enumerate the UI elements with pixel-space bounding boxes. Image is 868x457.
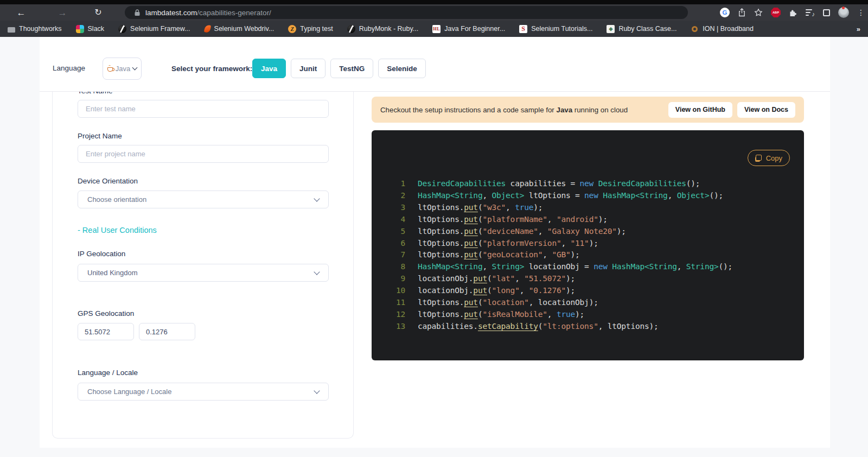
menu-kebab-icon[interactable]: ⋮ — [857, 9, 865, 16]
chevron-down-icon — [132, 65, 138, 71]
ip-geolocation-value: United Kingdom — [87, 269, 138, 277]
language-select[interactable]: Java — [103, 58, 142, 80]
code-text: ltOptions.put("isRealMobile", true); — [410, 309, 584, 321]
profile-avatar[interactable] — [838, 7, 849, 18]
setup-instructions-banner: Checkout the setup instructions and a co… — [372, 97, 804, 123]
forward-button[interactable]: → — [56, 4, 68, 21]
bookmark-label: Selenium Tutorials... — [531, 25, 592, 33]
reload-button[interactable]: ↻ — [92, 4, 104, 21]
address-bar[interactable]: lambdatest.com/capabilities-generator/ — [125, 6, 688, 19]
line-number: 5 — [372, 226, 410, 238]
bookmark-selenium-framew[interactable]: Selenium Framew... — [118, 25, 190, 33]
bookmark-ion-broadband[interactable]: ION | Broadband — [691, 25, 754, 33]
framework-buttons: JavaJunitTestNGSelenide — [252, 59, 426, 78]
chevron-down-icon — [314, 269, 320, 275]
code-text: ltOptions.put("geoLocation", "GB"); — [410, 249, 580, 261]
url-text: lambdatest.com/capabilities-generator/ — [145, 8, 271, 17]
bookmark-label: RubyMonk - Ruby... — [359, 25, 419, 33]
browser-window: ← → ↻ lambdatest.com/capabilities-genera… — [0, 0, 868, 457]
bookmark-star-icon[interactable] — [754, 8, 763, 17]
bookmark-label: Selenium Webdriv... — [214, 25, 275, 33]
copy-button[interactable]: Copy — [748, 150, 790, 166]
bookmark-selenium-tutorials[interactable]: SSelenium Tutorials... — [519, 25, 592, 33]
slack-icon — [76, 25, 84, 33]
framework-button-testng[interactable]: TestNG — [330, 59, 373, 78]
line-number: 13 — [372, 321, 410, 333]
ion-ring-icon — [692, 26, 698, 32]
line-number: 7 — [372, 249, 410, 261]
gps-longitude-input[interactable] — [139, 323, 195, 340]
bookmark-ruby-class-case[interactable]: ◆Ruby Class Case... — [607, 25, 676, 33]
code-line-5: 5ltOptions.put("deviceName", "Galaxy Not… — [372, 226, 799, 238]
line-number: 10 — [372, 285, 410, 297]
back-button[interactable]: ← — [15, 4, 27, 21]
device-orientation-select[interactable]: Choose orientation — [78, 191, 329, 208]
line-number: 9 — [372, 273, 410, 285]
media-controls-icon[interactable]: ♪ — [806, 9, 815, 16]
code-text: ltOptions.put("platformName", "android")… — [410, 214, 608, 226]
language-locale-label: Language / Locale — [78, 369, 138, 377]
real-user-conditions-link[interactable]: - Real User Conditions — [78, 226, 157, 234]
bookmarks-overflow-chevron[interactable]: » — [857, 25, 860, 33]
code-line-1: 1DesiredCapabilities capabilities = new … — [372, 178, 799, 190]
line-number: 12 — [372, 309, 410, 321]
bookmark-thoughtworks[interactable]: Thoughtworks — [8, 25, 62, 33]
code-text: locationObj.put("lat", "51.5072"); — [410, 273, 575, 285]
language-locale-value: Choose Language / Locale — [87, 388, 171, 396]
google-profile-icon[interactable]: G — [720, 8, 730, 17]
banner-text: Checkout the setup instructions and a co… — [380, 106, 628, 114]
bookmark-java-for-beginner[interactable]: HLJava For Beginner... — [432, 25, 505, 33]
code-lines: 1DesiredCapabilities capabilities = new … — [372, 178, 799, 333]
extension-square-icon[interactable] — [823, 9, 830, 16]
test-name-label: Test Name — [78, 92, 113, 95]
code-text: locationObj.put("long", "0.1276"); — [410, 285, 575, 297]
adblock-plus-icon[interactable]: ABP — [771, 8, 781, 17]
language-value: Java — [116, 65, 130, 73]
copy-label: Copy — [766, 154, 782, 162]
bookmark-slack[interactable]: Slack — [76, 25, 105, 33]
view-on-github-button[interactable]: View on GitHub — [668, 102, 732, 118]
language-locale-select[interactable]: Choose Language / Locale — [78, 383, 329, 401]
code-text: ltOptions.put("deviceName", "Galaxy Note… — [410, 226, 626, 238]
bookmark-selenium-webdriv[interactable]: Selenium Webdriv... — [205, 25, 275, 33]
test-name-input[interactable] — [78, 100, 329, 118]
toolbar-actions: G ABP ♪ ⋮ — [720, 4, 865, 21]
code-text: HashMap<String, String> locationObj = ne… — [410, 261, 732, 273]
project-name-input[interactable] — [78, 145, 329, 163]
view-on-docs-button[interactable]: View on Docs — [737, 102, 795, 118]
device-orientation-label: Device Orientation — [78, 177, 138, 185]
extensions-puzzle-icon[interactable] — [789, 8, 797, 17]
bookmark-label: Typing test — [300, 25, 333, 33]
code-line-11: 11ltOptions.put("location", locationObj)… — [372, 297, 799, 309]
gps-latitude-input[interactable] — [78, 323, 134, 340]
bookmark-label: ION | Broadband — [703, 25, 754, 33]
framework-label: Select your framework: — [171, 65, 252, 73]
page-content: Language Java Select your framework: Jav… — [40, 37, 830, 448]
banner-text-language: Java — [556, 106, 572, 114]
java-icon — [107, 67, 113, 72]
code-text: ltOptions.put("w3c", true); — [410, 202, 542, 214]
banner-text-prefix: Checkout the setup instructions and a co… — [380, 106, 556, 114]
hl-badge-icon: HL — [432, 25, 441, 33]
code-line-6: 6ltOptions.put("platformVersion", "11"); — [372, 238, 799, 250]
folder-icon — [8, 27, 15, 33]
device-orientation-value: Choose orientation — [87, 195, 146, 204]
framework-button-junit[interactable]: Junit — [291, 59, 326, 78]
selenium-sphere-icon — [118, 25, 126, 33]
bookmark-typing-test[interactable]: ZTyping test — [288, 25, 333, 33]
bookmark-label: Java For Beginner... — [444, 25, 505, 33]
framework-button-selenide[interactable]: Selenide — [378, 59, 426, 78]
share-icon[interactable] — [738, 8, 746, 17]
bookmark-rubymonk-ruby[interactable]: RubyMonk - Ruby... — [347, 25, 419, 33]
lock-icon — [134, 9, 141, 16]
line-number: 2 — [372, 190, 410, 202]
code-text: ltOptions.put("location", locationObj); — [410, 297, 598, 309]
flame-icon — [203, 24, 210, 33]
code-line-8: 8HashMap<String, String> locationObj = n… — [372, 261, 799, 273]
ip-geolocation-select[interactable]: United Kingdom — [78, 264, 329, 282]
framework-button-java[interactable]: Java — [252, 59, 286, 78]
code-text: capabilities.setCapability("lt:options",… — [410, 321, 659, 333]
line-number: 4 — [372, 214, 410, 226]
code-line-12: 12ltOptions.put("isRealMobile", true); — [372, 309, 799, 321]
url-domain: lambdatest.com — [145, 9, 197, 17]
